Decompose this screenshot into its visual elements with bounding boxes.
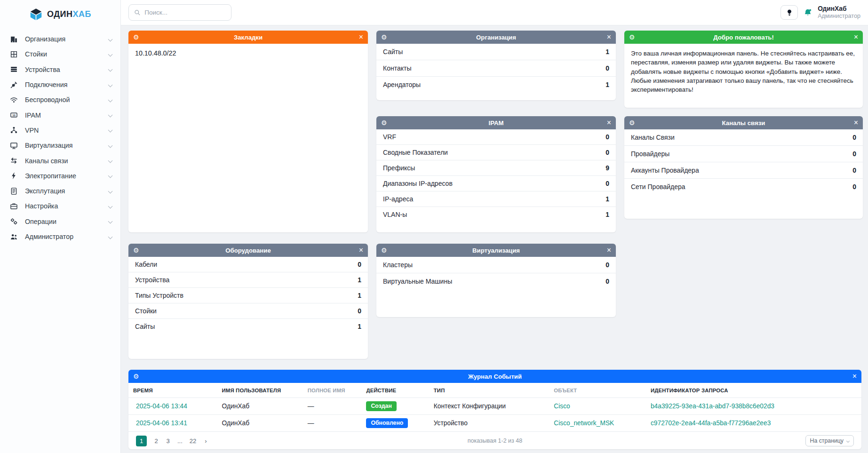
- stat-value[interactable]: 0: [605, 133, 609, 141]
- stat-value[interactable]: 1: [605, 211, 609, 218]
- event-object-link[interactable]: Cisco: [554, 403, 570, 410]
- sidebar-item-circuits[interactable]: Каналы связи: [0, 153, 120, 168]
- stat-value[interactable]: 0: [605, 180, 609, 187]
- per-page-select[interactable]: На страницу: [805, 435, 854, 446]
- sidebar-item-vpn[interactable]: VPN: [0, 123, 120, 138]
- widget-config-icon[interactable]: [629, 31, 635, 44]
- search-box[interactable]: [128, 4, 231, 21]
- widget-config-icon[interactable]: [381, 31, 387, 44]
- page-button[interactable]: 22: [190, 437, 196, 445]
- widget-close-icon[interactable]: [359, 244, 363, 257]
- sidebar-item-power[interactable]: Электропитание: [0, 168, 120, 183]
- column-header[interactable]: ТИП: [429, 383, 549, 398]
- sidebar-item-ipam[interactable]: 10 IPAM: [0, 107, 120, 122]
- stat-label: Кластеры: [383, 261, 413, 269]
- page-button[interactable]: ›: [203, 437, 208, 445]
- sidebar-item-operations-log[interactable]: Эксплутация: [0, 183, 120, 199]
- widget-close-icon[interactable]: [852, 370, 857, 383]
- sidebar-item-organization[interactable]: Организация: [0, 32, 120, 47]
- sidebar-item-wireless[interactable]: Беспроводной: [0, 92, 120, 107]
- chevron-down-icon: [108, 204, 113, 208]
- user-name[interactable]: ОдинХаб: [818, 5, 860, 13]
- app-logo[interactable]: ОДИНХАБ: [4, 8, 117, 21]
- stat-value[interactable]: 0: [358, 307, 361, 315]
- stat-label: Контакты: [383, 64, 411, 72]
- widget-close-icon[interactable]: [607, 244, 611, 257]
- stat-label: Сайты: [135, 323, 155, 330]
- column-header[interactable]: ОБЪЕКТ: [549, 383, 646, 398]
- bookmark-link[interactable]: 10.10.48.0/22: [128, 44, 368, 63]
- event-log-row: 2025-04-06 13:44 ОдинХаб — Создан Контек…: [128, 398, 861, 415]
- stat-value[interactable]: 1: [358, 323, 361, 330]
- search-input[interactable]: [144, 9, 226, 16]
- stat-row: Провайдеры 0: [624, 146, 863, 162]
- sidebar-item-virtualization[interactable]: Виртуализация: [0, 138, 120, 153]
- stat-value[interactable]: 1: [358, 292, 361, 299]
- page-button[interactable]: ...: [177, 437, 183, 445]
- page-button[interactable]: 3: [166, 437, 170, 445]
- stat-value[interactable]: 1: [605, 81, 609, 88]
- stat-value[interactable]: 0: [605, 64, 609, 72]
- sidebar-item-label: Операции: [25, 218, 109, 225]
- widget-close-icon[interactable]: [607, 116, 611, 129]
- topbar-right: ОдинХаб Администратор: [780, 5, 860, 20]
- stat-rows: Каналы Связи 0 Провайдеры 0 Аккаунты Про…: [624, 129, 863, 195]
- column-header[interactable]: ИДЕНТИФИКАТОР ЗАПРОСА: [646, 383, 861, 398]
- sidebar-item-devices[interactable]: Устройства: [0, 62, 120, 77]
- sidebar-item-admin[interactable]: Администратор: [0, 229, 120, 244]
- event-time-link[interactable]: 2025-04-06 13:44: [136, 403, 187, 410]
- sidebar-item-racks[interactable]: Стойки: [0, 47, 120, 62]
- widget-welcome: Добро пожаловать! Это ваша личная информ…: [624, 31, 863, 108]
- widget-config-icon[interactable]: [629, 116, 635, 129]
- search-icon: [134, 9, 140, 16]
- event-time-link[interactable]: 2025-04-06 13:41: [136, 420, 187, 427]
- sidebar-item-label: IPAM: [25, 111, 109, 119]
- stat-value[interactable]: 0: [852, 167, 856, 174]
- dashboard: Закладки 10.10.48.0/22 Организация Сайты: [121, 25, 868, 453]
- stat-value[interactable]: 0: [605, 278, 609, 285]
- stat-label: Стойки: [135, 307, 157, 315]
- widget-title: Каналы связи: [722, 119, 765, 127]
- request-id-link[interactable]: c972702e-2ea4-44fa-a5ba-f77296ae2ee3: [651, 420, 771, 427]
- sidebar-item-connections[interactable]: Подключения: [0, 77, 120, 92]
- sidebar-item-settings[interactable]: Настройка: [0, 199, 120, 214]
- column-header[interactable]: ИМЯ ПОЛЬЗОВАТЕЛЯ: [217, 383, 303, 398]
- page-button[interactable]: 2: [154, 437, 159, 445]
- widget-close-icon[interactable]: [854, 116, 858, 129]
- stat-value[interactable]: 0: [852, 134, 856, 141]
- stat-value[interactable]: 1: [358, 276, 361, 284]
- widget-config-icon[interactable]: [133, 31, 139, 44]
- widget-close-icon[interactable]: [359, 31, 363, 44]
- notifications-bell-icon[interactable]: [804, 8, 812, 17]
- stat-row: Арендаторы 1: [376, 77, 616, 93]
- widget-close-icon[interactable]: [854, 31, 858, 44]
- theme-toggle-button[interactable]: [780, 5, 798, 20]
- event-object-link[interactable]: Cisco_network_MSK: [554, 420, 614, 427]
- widget-config-icon[interactable]: [133, 370, 139, 383]
- stat-value[interactable]: 0: [852, 150, 856, 158]
- stat-row: IP-адреса 1: [376, 191, 616, 207]
- stat-value[interactable]: 1: [605, 195, 609, 203]
- user-menu[interactable]: ОдинХаб Администратор: [818, 5, 860, 20]
- stat-value[interactable]: 9: [605, 164, 609, 172]
- request-id-link[interactable]: b4a39225-93ea-431a-abd7-938b8c6e02d3: [651, 403, 774, 410]
- stat-row: Сайты 1: [128, 319, 368, 334]
- column-header[interactable]: ПОЛНОЕ ИМЯ: [303, 383, 362, 398]
- widget-config-icon[interactable]: [381, 244, 387, 257]
- stat-value[interactable]: 0: [358, 261, 361, 268]
- column-header[interactable]: ВРЕМЯ: [128, 383, 217, 398]
- stat-row: Сети Провайдера 0: [624, 179, 863, 195]
- stat-value[interactable]: 0: [605, 261, 609, 269]
- widget-config-icon[interactable]: [133, 244, 139, 257]
- widget-config-icon[interactable]: [381, 116, 387, 129]
- widget-close-icon[interactable]: [607, 31, 611, 44]
- widget-title: Журнал Событий: [468, 373, 522, 380]
- stat-value[interactable]: 1: [605, 48, 609, 56]
- sidebar-item-operations[interactable]: Операции: [0, 214, 120, 229]
- stat-value[interactable]: 0: [605, 149, 609, 156]
- stat-label: IP-адреса: [383, 195, 413, 203]
- chevron-down-icon: [108, 159, 113, 163]
- column-header[interactable]: ДЕЙСТВИЕ: [361, 383, 429, 398]
- stat-value[interactable]: 0: [852, 183, 856, 191]
- page-button[interactable]: 1: [136, 436, 147, 446]
